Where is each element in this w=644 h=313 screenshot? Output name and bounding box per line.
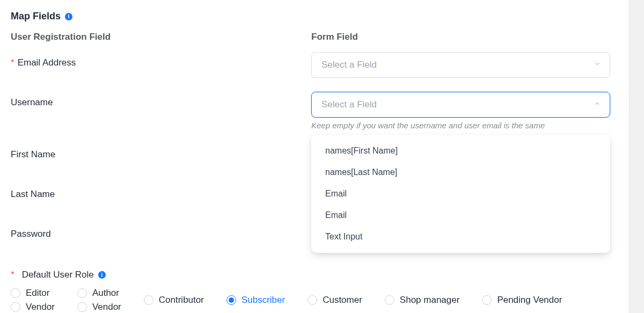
radio-icon xyxy=(308,295,317,305)
dropdown-option[interactable]: Email xyxy=(311,183,610,205)
chevron-down-icon xyxy=(594,60,601,70)
info-icon[interactable]: i xyxy=(65,13,72,20)
dropdown-option[interactable]: Email xyxy=(311,205,610,226)
radio-vendor-2[interactable]: Vendor xyxy=(77,302,121,312)
radio-icon xyxy=(226,295,236,305)
field-label-firstname: First Name xyxy=(11,144,311,160)
column-header-right: Form Field xyxy=(311,32,617,42)
dropdown-option[interactable]: names[First Name] xyxy=(311,140,610,162)
radio-icon xyxy=(482,295,492,305)
info-icon[interactable]: i xyxy=(98,271,106,279)
role-section: *Default User Role i Editor Vendor Autho… xyxy=(11,270,617,312)
select-username-field[interactable]: Select a Field xyxy=(311,92,610,118)
radio-icon xyxy=(11,288,20,298)
radio-customer[interactable]: Customer xyxy=(308,288,362,312)
select-placeholder: Select a Field xyxy=(321,60,377,70)
radio-shop-manager[interactable]: Shop manager xyxy=(385,288,460,312)
radio-icon xyxy=(77,302,87,312)
role-options: Editor Vendor Author Vendor C xyxy=(11,288,617,312)
radio-contributor[interactable]: Contributor xyxy=(144,288,204,312)
column-header-left: User Registration Field xyxy=(11,32,311,42)
radio-icon xyxy=(77,288,87,298)
section-title-text: Map Fields xyxy=(11,11,61,22)
chevron-up-icon xyxy=(594,99,601,110)
field-label-lastname: Last Name xyxy=(11,184,311,200)
radio-icon xyxy=(385,295,394,305)
field-label-username: Username xyxy=(11,92,311,108)
dropdown-option[interactable]: names[Last Name] xyxy=(311,162,610,183)
table-header: User Registration Field Form Field xyxy=(11,32,617,42)
radio-vendor[interactable]: Vendor xyxy=(11,302,55,312)
scrollbar-track[interactable] xyxy=(629,0,644,313)
radio-pending-vendor[interactable]: Pending Vendor xyxy=(482,288,562,312)
helper-text: Keep empty if you want the username and … xyxy=(311,121,610,130)
field-label-email: *Email Address xyxy=(11,52,311,68)
radio-author[interactable]: Author xyxy=(77,288,121,299)
section-title: Map Fields i xyxy=(11,11,617,22)
radio-editor[interactable]: Editor xyxy=(11,288,55,299)
select-placeholder: Select a Field xyxy=(321,99,377,110)
required-asterisk: * xyxy=(11,270,14,280)
radio-subscriber[interactable]: Subscriber xyxy=(226,288,285,312)
role-section-title: *Default User Role i xyxy=(11,270,617,280)
select-email-field[interactable]: Select a Field xyxy=(311,52,610,78)
field-row: *Email Address Select a Field xyxy=(11,52,617,78)
radio-icon xyxy=(144,295,153,305)
dropdown-options-list: names[First Name] names[Last Name] Email… xyxy=(311,135,610,253)
field-row: Username Select a Field Keep empty if yo… xyxy=(11,92,617,130)
radio-icon xyxy=(11,302,20,312)
required-asterisk: * xyxy=(11,57,14,68)
field-label-password: Password xyxy=(11,223,311,239)
dropdown-option[interactable]: Text Input xyxy=(311,226,610,248)
